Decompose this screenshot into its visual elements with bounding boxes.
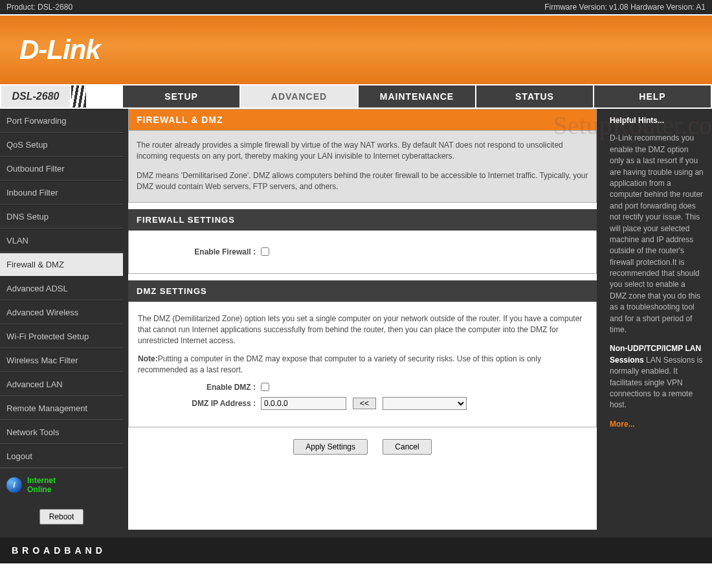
sidebar-item-wireless-mac-filter[interactable]: Wireless Mac Filter xyxy=(0,348,123,372)
nav-tab-help[interactable]: HELP xyxy=(594,85,712,107)
intro-p2: DMZ means 'Demilitarised Zone'. DMZ allo… xyxy=(137,170,588,193)
sidebar-item-advanced-wireless[interactable]: Advanced Wireless xyxy=(0,300,123,324)
sidebar-item-vlan[interactable]: VLAN xyxy=(0,229,123,253)
action-row: Apply Settings Cancel xyxy=(128,427,597,462)
hints-more-link[interactable]: More... xyxy=(610,419,704,430)
apply-button[interactable]: Apply Settings xyxy=(293,439,368,455)
sidebar-item-inbound-filter[interactable]: Inbound Filter xyxy=(0,181,123,205)
sidebar-item-qos-setup[interactable]: QoS Setup xyxy=(0,133,123,157)
nav-tab-maintenance[interactable]: MAINTENANCE xyxy=(359,85,476,107)
nav-decoration xyxy=(71,85,87,107)
sidebar-item-logout[interactable]: Logout xyxy=(0,444,123,468)
status-line2: Online xyxy=(27,485,56,494)
sidebar: Port ForwardingQoS SetupOutbound FilterI… xyxy=(0,109,123,537)
hints-panel: Helpful Hints... D-Link recommends you e… xyxy=(602,109,712,537)
status-line1: Internet xyxy=(27,476,56,485)
dmz-section-title: DMZ SETTINGS xyxy=(128,280,597,302)
reboot-button[interactable]: Reboot xyxy=(39,509,84,525)
copy-ip-button[interactable]: << xyxy=(353,398,376,409)
nav-tab-setup[interactable]: SETUP xyxy=(123,85,241,107)
sidebar-item-advanced-lan[interactable]: Advanced LAN xyxy=(0,372,123,396)
hints-title: Helpful Hints... xyxy=(610,115,704,126)
dmz-p1: The DMZ (Demilitarized Zone) option lets… xyxy=(138,313,587,347)
sidebar-item-network-tools[interactable]: Network Tools xyxy=(0,420,123,444)
intro-box: The router already provides a simple fir… xyxy=(128,130,597,203)
sidebar-item-wi-fi-protected-setup[interactable]: Wi-Fi Protected Setup xyxy=(0,324,123,348)
sidebar-item-port-forwarding[interactable]: Port Forwarding xyxy=(0,109,123,133)
firmware-label: Firmware Version: v1.08 Hardware Version… xyxy=(544,3,706,12)
brand-logo: D-Link xyxy=(19,34,100,65)
firewall-section-body: Enable Firewall : xyxy=(128,231,597,274)
enable-dmz-label: Enable DMZ : xyxy=(138,383,261,392)
dmz-ip-label: DMZ IP Address : xyxy=(138,399,261,408)
enable-firewall-label: Enable Firewall : xyxy=(138,247,261,256)
footer: BROADBAND xyxy=(0,537,712,563)
sidebar-item-outbound-filter[interactable]: Outbound Filter xyxy=(0,157,123,181)
dmz-host-select[interactable] xyxy=(383,397,467,410)
sidebar-item-dns-setup[interactable]: DNS Setup xyxy=(0,205,123,229)
nav-model: DSL-2680 xyxy=(0,85,71,107)
nav-tab-advanced[interactable]: ADVANCED xyxy=(241,85,359,107)
intro-p1: The router already provides a simple fir… xyxy=(137,140,588,163)
dmz-section-body: The DMZ (Demilitarized Zone) option lets… xyxy=(128,302,597,427)
nav-row: DSL-2680 SETUPADVANCEDMAINTENANCESTATUSH… xyxy=(0,85,712,109)
hints-p2: Non-UDP/TCP/ICMP LAN Sessions LAN Sessio… xyxy=(610,343,704,411)
top-bar: Product: DSL-2680 Firmware Version: v1.0… xyxy=(0,0,712,14)
globe-icon: i xyxy=(6,477,22,493)
banner: D-Link xyxy=(0,14,712,85)
enable-firewall-checkbox[interactable] xyxy=(261,247,269,256)
enable-dmz-checkbox[interactable] xyxy=(261,383,269,391)
main-content: FIREWALL & DMZ The router already provid… xyxy=(123,109,602,537)
firewall-section-title: FIREWALL SETTINGS xyxy=(128,209,597,231)
nav-tab-status[interactable]: STATUS xyxy=(476,85,594,107)
sidebar-item-firewall-dmz[interactable]: Firewall & DMZ xyxy=(0,253,123,277)
sidebar-item-remote-management[interactable]: Remote Management xyxy=(0,396,123,420)
sidebar-item-advanced-adsl[interactable]: Advanced ADSL xyxy=(0,277,123,300)
hints-p1: D-Link recommends you enable the DMZ opt… xyxy=(610,133,704,335)
page-title: FIREWALL & DMZ xyxy=(128,109,597,130)
dmz-ip-input[interactable] xyxy=(261,397,346,410)
product-label: Product: DSL-2680 xyxy=(6,3,72,12)
connection-status: i Internet Online xyxy=(0,468,123,503)
cancel-button[interactable]: Cancel xyxy=(383,439,431,455)
dmz-note: Note:Putting a computer in the DMZ may e… xyxy=(138,354,587,376)
